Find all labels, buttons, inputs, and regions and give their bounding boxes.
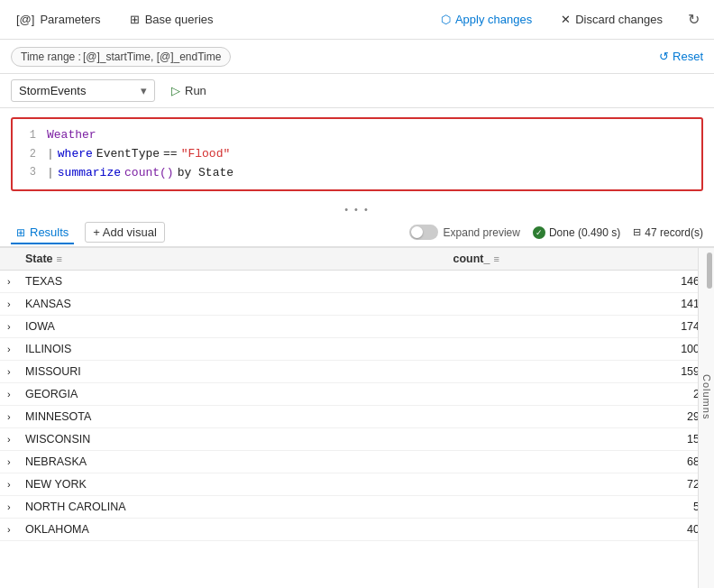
row-expand-icon[interactable]: › <box>0 541 18 547</box>
done-icon: ✓ <box>533 226 545 239</box>
code-editor[interactable]: 1 Weather 2 | where EventType == "Flood"… <box>11 117 703 191</box>
count-cell: 40 <box>445 519 714 541</box>
results-tab[interactable]: ⊞ Results <box>11 222 74 244</box>
scrollbar-thumb[interactable] <box>707 253 712 289</box>
row-expand-icon[interactable]: › <box>0 293 18 316</box>
code-flood-val: "Flood" <box>181 145 231 164</box>
table-row[interactable]: › MISSOURI 159 <box>0 361 714 383</box>
time-range-badge[interactable]: Time range : [@]_startTime, [@]_endTime <box>11 47 231 67</box>
table-row[interactable]: › WISCONSIN 15 <box>0 428 714 451</box>
run-icon: ▷ <box>171 84 180 97</box>
results-table: State ≡ count_ ≡ › <box>0 248 714 546</box>
code-where-kw: where <box>58 145 93 164</box>
state-cell: MINNESOTA <box>18 406 445 428</box>
table-row[interactable]: › NORTH CAROLINA 5 <box>0 496 714 519</box>
code-op: == <box>163 145 178 164</box>
discard-changes-button[interactable]: ✕ Discard changes <box>554 9 670 30</box>
state-cell: NEBRASKA <box>18 451 445 473</box>
discard-icon: ✕ <box>561 13 571 26</box>
parameters-label: Parameters <box>40 13 100 26</box>
toolbar-left: [@] Parameters ⊞ Base queries <box>11 9 416 30</box>
state-cell: MISSOURI <box>18 361 445 383</box>
state-cell: OKLAHOMA <box>18 519 445 541</box>
discard-label: Discard changes <box>575 13 663 26</box>
records-badge: ⊟ 47 record(s) <box>633 226 703 239</box>
count-cell: 15 <box>445 428 714 451</box>
ellipsis-icon: • • • <box>344 204 370 215</box>
datasource-dropdown[interactable]: StormEvents ▾ <box>11 79 155 102</box>
table-row[interactable]: › TEXAS 146 <box>0 271 714 293</box>
row-expand-icon[interactable]: › <box>0 428 18 451</box>
table-row[interactable]: › GEORGIA 2 <box>0 383 714 406</box>
row-expand-icon[interactable]: › <box>0 406 18 428</box>
table-row[interactable]: › IOWA 174 <box>0 316 714 338</box>
filter-row: Time range : [@]_startTime, [@]_endTime … <box>0 40 714 74</box>
state-cell: NORTH CAROLINA <box>18 496 445 519</box>
reset-icon: ↺ <box>659 50 669 63</box>
base-queries-tab[interactable]: ⊞ Base queries <box>124 9 219 30</box>
row-expand-icon[interactable]: › <box>0 473 18 496</box>
state-col-menu-icon[interactable]: ≡ <box>57 253 62 264</box>
count-cell: 63 <box>445 541 714 547</box>
count-col-menu-icon[interactable]: ≡ <box>493 253 499 264</box>
count-col-header[interactable]: count_ ≡ <box>445 248 714 271</box>
results-tab-label: Results <box>30 225 69 239</box>
reset-label: Reset <box>673 50 703 63</box>
base-queries-label: Base queries <box>145 13 214 26</box>
table-row[interactable]: › OKLAHOMA 40 <box>0 519 714 541</box>
apply-label: Apply changes <box>455 13 532 26</box>
state-cell: GEORGIA <box>18 383 445 406</box>
collapse-handle[interactable]: • • • <box>0 200 714 218</box>
toggle-knob <box>411 226 423 238</box>
table-scroll[interactable]: State ≡ count_ ≡ › <box>0 248 714 546</box>
apply-changes-button[interactable]: ⬡ Apply changes <box>434 9 539 30</box>
table-row[interactable]: › KANSAS 141 <box>0 293 714 316</box>
state-cell: NEW YORK <box>18 473 445 496</box>
row-expand-icon[interactable]: › <box>0 361 18 383</box>
code-table-name: Weather <box>47 126 96 145</box>
parameters-tab[interactable]: [@] Parameters <box>11 9 106 30</box>
state-col-label: State <box>25 253 53 265</box>
refresh-button[interactable]: ↻ <box>684 7 703 32</box>
state-cell: IOWA <box>18 316 445 338</box>
count-cell: 141 <box>445 293 714 316</box>
table-row[interactable]: › NEW YORK 72 <box>0 473 714 496</box>
code-line-1: 1 Weather <box>18 126 696 145</box>
top-toolbar: [@] Parameters ⊞ Base queries ⬡ Apply ch… <box>0 0 714 40</box>
query-row: StormEvents ▾ ▷ Run <box>0 74 714 108</box>
table-row[interactable]: › MINNESOTA 29 <box>0 406 714 428</box>
reset-button[interactable]: ↺ Reset <box>659 50 703 63</box>
count-cell: 72 <box>445 473 714 496</box>
code-count-fn: count() <box>124 164 174 183</box>
expand-preview-toggle[interactable] <box>409 225 438 240</box>
row-expand-icon[interactable]: › <box>0 496 18 519</box>
results-right: Expand preview ✓ Done (0.490 s) ⊟ 47 rec… <box>409 225 703 240</box>
row-expand-icon[interactable]: › <box>0 519 18 541</box>
add-visual-button[interactable]: + Add visual <box>85 222 164 243</box>
done-label: Done (0.490 s) <box>549 226 620 239</box>
datasource-value: StormEvents <box>19 84 86 97</box>
row-expand-icon[interactable]: › <box>0 338 18 361</box>
code-eventtype: EventType <box>96 145 160 164</box>
state-cell: TEXAS <box>18 271 445 293</box>
run-button[interactable]: ▷ Run <box>164 80 214 101</box>
table-row[interactable]: › ILLINOIS 100 <box>0 338 714 361</box>
code-line-3: 3 | summarize count() by State <box>18 164 696 183</box>
row-expand-icon[interactable]: › <box>0 271 18 293</box>
parameters-icon: [@] <box>16 13 34 26</box>
count-cell: 146 <box>445 271 714 293</box>
expand-preview-toggle-container: Expand preview <box>409 225 520 240</box>
state-col-header[interactable]: State ≡ <box>18 248 445 271</box>
chevron-down-icon: ▾ <box>141 84 147 97</box>
count-cell: 29 <box>445 406 714 428</box>
row-expand-icon[interactable]: › <box>0 383 18 406</box>
row-expand-icon[interactable]: › <box>0 316 18 338</box>
table-header-row: State ≡ count_ ≡ <box>0 248 714 271</box>
right-panel-strip[interactable]: Columns <box>698 248 714 588</box>
row-expand-icon[interactable]: › <box>0 451 18 473</box>
table-row[interactable]: › NEBRASKA 68 <box>0 451 714 473</box>
count-cell: 2 <box>445 383 714 406</box>
count-cell: 100 <box>445 338 714 361</box>
expand-col-header <box>0 248 18 271</box>
table-row[interactable]: › PENNSYLVANIA 63 <box>0 541 714 547</box>
